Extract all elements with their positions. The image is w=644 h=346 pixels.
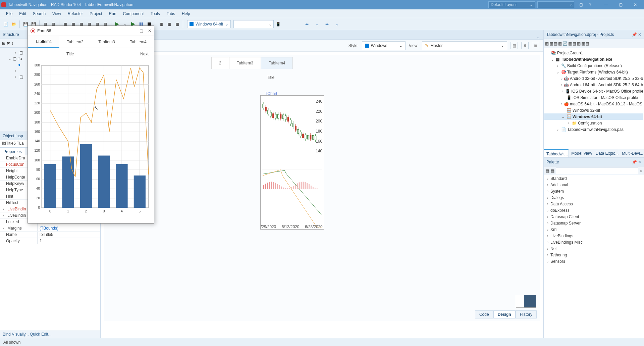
runform-tab[interactable]: TabItem3 [91, 36, 122, 48]
minimize-button[interactable]: — [131, 29, 135, 33]
thumbnail-preview[interactable] [516, 295, 536, 308]
tool-icon[interactable]: ▦ [546, 168, 549, 173]
form-tab[interactable]: 2 [211, 57, 229, 69]
desktop-icon[interactable]: ▢ [576, 1, 586, 8]
minimize-button[interactable]: — [598, 0, 613, 9]
palette-category[interactable]: ›Datasnap Client [544, 213, 644, 220]
tool-icon[interactable]: ⊞ [2, 41, 5, 46]
chevron-down-icon[interactable]: ⌄ [333, 20, 341, 28]
palette-category[interactable]: ›Dialogs [544, 194, 644, 201]
step-icon[interactable]: ▦ [173, 20, 181, 28]
oi-footer[interactable]: Bind Visually... Quick Edit... [0, 331, 100, 338]
bar-line-chart[interactable]: 0204060801001201401601802002202402602803… [30, 63, 151, 218]
menu-tools[interactable]: Tools [147, 10, 163, 17]
mode-history[interactable]: History [516, 310, 537, 318]
project-tree-row[interactable]: 📱iOS Simulator - MacOS Office profile [544, 94, 643, 101]
proj-tab[interactable]: Model View [569, 149, 593, 157]
design-surface[interactable]: 2 TabItem3 TabItem4 Title TChart 2402202… [104, 55, 540, 321]
step-icon[interactable]: ▦ [165, 20, 173, 28]
project-tree-row[interactable]: ⌄🪟Windows 64-bit [544, 113, 643, 120]
tool-icon[interactable]: ▦ [549, 41, 553, 46]
palette-list[interactable]: ›Standard›Additional›System›Dialogs›Data… [544, 175, 644, 338]
palette-category[interactable]: ›Datasnap Server [544, 220, 644, 226]
tool-icon[interactable]: ✖ [7, 41, 10, 46]
tool-icon[interactable]: ▦ [554, 41, 557, 46]
tool-icon[interactable]: ▦ [581, 41, 585, 46]
menu-tabs[interactable]: Tabs [163, 10, 178, 17]
runform-titlebar[interactable]: Form56 — ▢ ✕ [28, 26, 154, 36]
nav-forward-button[interactable]: ➡ [323, 20, 331, 28]
property-row[interactable]: NamelblTitle5 [0, 232, 100, 238]
nav-back-button[interactable]: ⬅ [303, 20, 311, 28]
form-tab[interactable]: TabItem3 [229, 57, 261, 69]
tool-icon[interactable]: ▦ [511, 42, 518, 49]
style-combo[interactable]: Windows ⌄ [362, 41, 406, 50]
menu-refactor[interactable]: Refactor [64, 10, 86, 17]
palette-category[interactable]: ›Xml [544, 226, 644, 233]
proj-tab[interactable]: Data Explo... [593, 149, 620, 157]
palette-category[interactable]: ›System [544, 188, 644, 194]
proj-tab[interactable]: Tabbedwit... [544, 149, 569, 157]
layout-combo[interactable]: Default Layout ⌄ [488, 1, 535, 8]
platform-combo[interactable]: Windows 64-bit ⌄ [187, 20, 231, 28]
close-button[interactable]: ✕ [628, 0, 643, 9]
palette-category[interactable]: ›Net [544, 245, 644, 252]
palette-category[interactable]: ›Additional [544, 182, 644, 188]
project-tree-row[interactable]: ›🔧Build Configurations (Release) [544, 62, 643, 69]
project-tree-row[interactable]: ›📱iOS Device 64-bit - MacOS Office profi… [544, 88, 643, 94]
project-tree-row[interactable]: ›🍎macOS 64-bit - MacOSX 10.13 - MacOS Of… [544, 101, 643, 107]
oi-tab-properties[interactable]: Properties [0, 148, 25, 155]
tool-icon[interactable]: ▦ [573, 41, 576, 46]
project-tree-row[interactable]: 🪟Windows 32-bit [544, 107, 643, 113]
form-tab[interactable]: TabItem4 [261, 57, 293, 69]
help-icon[interactable]: ? [586, 1, 595, 8]
tool-icon[interactable]: ▦ [558, 41, 562, 46]
pin-icon[interactable]: 📌 ✕ [632, 32, 641, 37]
runform-tab[interactable]: TabItem4 [122, 36, 154, 48]
palette-category[interactable]: ›dbExpress [544, 207, 644, 213]
tool-icon[interactable]: ↕ [11, 41, 13, 46]
search-icon[interactable]: ⌕ [640, 168, 642, 173]
tool-icon[interactable]: ▦ [568, 41, 572, 46]
project-tree-row[interactable]: ›📄TabbedFormwithNavigation.pas [544, 126, 643, 133]
mode-design[interactable]: Design [493, 310, 516, 318]
palette-category[interactable]: ›LiveBindings [544, 233, 644, 239]
menu-help[interactable]: Help [178, 10, 194, 17]
chevron-down-icon[interactable]: ⌄ [313, 20, 321, 28]
chevron-down-icon[interactable]: ⌄ [537, 35, 540, 39]
project-tree-row[interactable]: ⌄▦TabbedwithNavigation.exe [544, 56, 643, 62]
next-button[interactable]: Next [140, 52, 149, 56]
new-icon[interactable]: 📄 [2, 20, 9, 28]
tool-icon[interactable]: 🔄 [562, 41, 568, 46]
menu-component[interactable]: Component [120, 10, 147, 17]
mode-code[interactable]: Code [475, 310, 493, 318]
tool-icon[interactable]: ▦ [586, 41, 589, 46]
maximize-button[interactable]: ▢ [613, 0, 628, 9]
running-form-window[interactable]: Form56 — ▢ ✕ TabItem1 TabItem2 TabItem3 … [28, 26, 154, 224]
view-combo[interactable]: ✎ Master ⌄ [422, 41, 507, 50]
tool-icon[interactable]: ▦ [551, 168, 554, 173]
palette-search[interactable] [556, 167, 638, 174]
project-tree-row[interactable]: ›🤖Android 32-bit - Android SDK 25.2.5 32… [544, 75, 643, 82]
palette-category[interactable]: ›Tethering [544, 252, 644, 258]
project-tree-row[interactable]: ⌄🎯Target Platforms (Windows 64-bit) [544, 69, 643, 75]
project-tree-row[interactable]: 📚ProjectGroup1 [544, 50, 643, 56]
tool-icon[interactable]: ▦ [577, 41, 581, 46]
close-button[interactable]: ✕ [148, 29, 151, 33]
palette-category[interactable]: ›Sensors [544, 258, 644, 264]
property-row[interactable]: Opacity1 [0, 238, 100, 244]
tool-icon[interactable]: 🗑 [532, 42, 539, 49]
runform-tab[interactable]: TabItem2 [59, 36, 91, 48]
candlestick-chart[interactable]: 2402202001801601405/29/20206/13/20206/28… [260, 95, 324, 230]
palette-category[interactable]: ›Standard [544, 175, 644, 182]
projects-tree[interactable]: 📚ProjectGroup1⌄▦TabbedwithNavigation.exe… [544, 48, 644, 149]
tool-icon[interactable]: ▦ [545, 41, 549, 46]
titlebar-search[interactable]: ⌕ [537, 1, 574, 8]
proj-tab[interactable]: Multi-Devi... [619, 149, 644, 157]
phone-icon[interactable]: 📱 [274, 20, 282, 28]
maximize-button[interactable]: ▢ [140, 29, 143, 33]
menu-search[interactable]: Search [30, 10, 49, 17]
project-tree-row[interactable]: ›📁Configuration [544, 120, 643, 126]
palette-category[interactable]: ›LiveBindings Misc [544, 239, 644, 245]
property-row[interactable]: Margins(TBounds) [0, 225, 100, 232]
